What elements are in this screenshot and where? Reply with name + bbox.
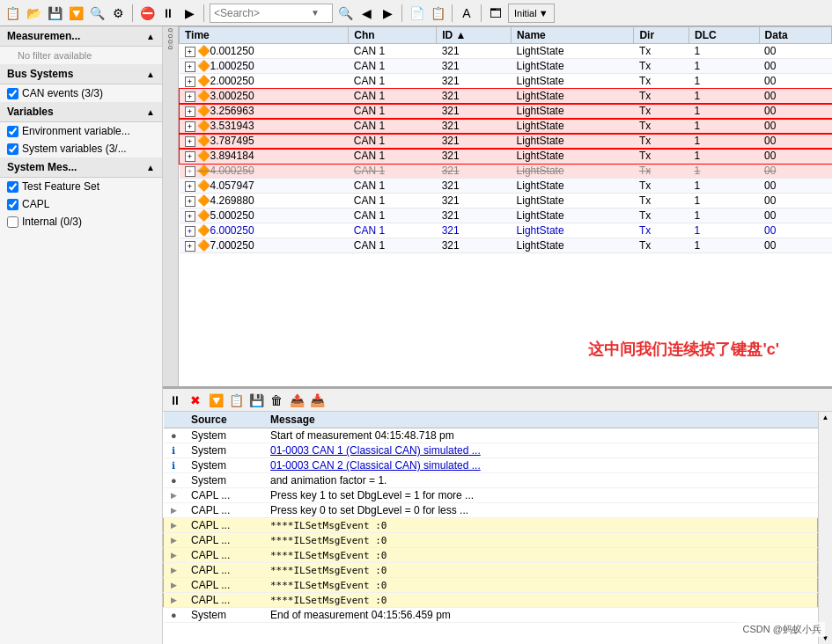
expand-icon[interactable]: + [185,77,195,87]
toolbar-icon-pause[interactable]: ⏸ [159,4,177,22]
expand-icon[interactable]: + [185,166,195,177]
expand-icon[interactable]: + [185,62,195,72]
table-cell: +🔶3.531943 [180,119,349,134]
initial-dropdown[interactable]: Initial ▼ [508,4,555,23]
log-message-cell[interactable]: 01-0003 CAN 2 (Classical CAN) simulated … [263,458,818,473]
log-icon-6[interactable]: 📥 [308,392,326,409]
log-message-cell: ****ILSetMsgEvent :0 [263,563,818,578]
sidebar-item-internal[interactable]: Internal (0/3) [0,213,162,231]
capl-checkbox[interactable] [7,199,18,210]
toolbar-icon-zoom-in[interactable]: 🔍 [88,4,106,22]
sidebar-section-measurements[interactable]: Measuremen... ▲ [0,26,162,47]
table-cell: CAN 1 [349,104,437,119]
table-row[interactable]: +🔶7.000250CAN 1321LightStateTx100 [180,238,832,253]
expand-icon[interactable]: + [185,91,195,102]
toolbar-icon-search-go[interactable]: 🔍 [336,4,354,22]
sidebar-item-test-feature[interactable]: Test Feature Set [0,178,162,195]
sidebar-section-bus-systems[interactable]: Bus Systems ▲ [0,64,162,84]
table-row[interactable]: +🔶2.000250CAN 1321LightStateTx100 [180,74,832,89]
table-row[interactable]: +🔶1.000250CAN 1321LightStateTx100 [180,59,832,74]
table-row[interactable]: +🔶4.269880CAN 1321LightStateTx100 [180,194,832,209]
log-stop-icon[interactable]: ✖ [187,392,204,409]
expand-icon[interactable]: + [185,47,195,57]
sidebar-item-env-vars[interactable]: Environment variable... [0,122,162,140]
toolbar-icon-settings[interactable]: ⚙ [109,4,127,22]
table-row[interactable]: +🔶5.000250CAN 1321LightStateTx100 [180,209,832,223]
row-icon: 🔶 [197,224,210,237]
log-message-cell[interactable]: 01-0003 CAN 1 (Classical CAN) simulated … [263,443,818,458]
sidebar-item-can-events[interactable]: CAN events (3/3) [0,84,162,102]
table-row[interactable]: +🔶6.000250CAN 1321LightStateTx100 [180,223,832,238]
toolbar-icon-font[interactable]: A [458,4,475,22]
separator-5 [481,4,482,22]
log-icon-4[interactable]: 🗑 [268,392,285,409]
log-source-cell: System [184,428,263,443]
expand-icon[interactable]: + [185,226,195,237]
sidebar-section-system-mes[interactable]: System Mes... ▲ [0,157,162,178]
table-row[interactable]: +🔶3.256963CAN 1321LightStateTx100 [180,104,832,119]
toolbar-icon-stop[interactable]: ⛔ [138,4,156,22]
toolbar-icon-save[interactable]: 💾 [46,4,63,22]
table-row[interactable]: +🔶4.000250CAN 1321LightStateTx100 [180,164,832,179]
toolbar-icon-filter[interactable]: 🔽 [67,4,85,22]
sidebar-section-variables[interactable]: Variables ▲ [0,102,162,122]
search-input[interactable] [214,7,311,19]
log-filter-icon[interactable]: 🔽 [207,392,225,409]
log-table[interactable]: Source Message ●SystemStart of measureme… [163,412,818,644]
toolbar-icon-paste[interactable]: 📋 [429,4,446,22]
scroll-up-arrow[interactable]: ▲ [821,412,831,423]
toolbar-icon-copy[interactable]: 📄 [408,4,425,22]
toolbar-icon-open[interactable]: 📂 [25,4,42,22]
log-scrollbar[interactable]: ▲ ▼ [818,412,832,644]
table-cell: +🔶0.001250 [180,44,349,59]
log-bullet-cell: ▶ [164,488,185,503]
table-cell: 00 [759,104,831,119]
toolbar-icon-play[interactable]: ▶ [180,4,198,22]
log-icon-3[interactable]: 💾 [247,392,265,409]
table-cell: LightState [512,149,634,164]
list-item: ▶CAPL ...****ILSetMsgEvent :0 [164,593,818,608]
table-row[interactable]: +🔶3.787495CAN 1321LightStateTx100 [180,134,832,149]
search-dropdown-arrow[interactable]: ▼ [311,8,320,18]
toolbar-icon-new[interactable]: 📋 [4,4,21,22]
toolbar-icon-search-next[interactable]: ▶ [379,4,396,22]
table-cell: 1 [689,59,760,74]
expand-icon[interactable]: + [185,181,195,192]
log-pause-icon[interactable]: ⏸ [166,392,184,409]
log-icon-5[interactable]: 📤 [288,392,306,409]
table-row[interactable]: +🔶4.057947CAN 1321LightStateTx100 [180,179,832,194]
log-message-cell: End of measurement 04:15:56.459 pm [263,608,818,623]
expand-icon[interactable]: + [185,241,195,252]
expand-icon[interactable]: + [185,136,195,147]
internal-checkbox[interactable] [7,216,18,228]
table-cell: LightState [512,134,634,149]
toolbar-icon-search-prev[interactable]: ◀ [357,4,375,22]
log-source-cell: CAPL ... [184,518,263,533]
sys-vars-checkbox[interactable] [7,143,18,155]
sidebar-item-sys-vars[interactable]: System variables (3/... [0,140,162,157]
env-vars-checkbox[interactable] [7,126,18,137]
env-vars-label: Environment variable... [22,125,130,137]
sidebar-item-capl[interactable]: CAPL [0,195,162,213]
expand-icon[interactable]: + [185,151,195,162]
expand-icon[interactable]: + [185,196,195,207]
table-row[interactable]: +🔶3.894184CAN 1321LightStateTx100 [180,149,832,164]
table-row[interactable]: +🔶0.001250CAN 1321LightStateTx100 [180,44,832,59]
toolbar-icon-window[interactable]: 🗔 [487,4,504,22]
test-feature-checkbox[interactable] [7,181,18,193]
expand-icon[interactable]: + [185,106,195,117]
row-icon: 🔶 [197,165,210,177]
can-events-checkbox[interactable] [7,88,18,99]
row-icon: 🔶 [197,45,210,57]
table-row[interactable]: +🔶3.531943CAN 1321LightStateTx100 [180,119,832,134]
trace-table[interactable]: Time Chn ID ▲ Name Dir DLC Data +🔶0.0012… [179,26,832,386]
expand-icon[interactable]: + [185,121,195,132]
search-box[interactable]: ▼ [210,4,333,23]
separator-4 [452,4,453,22]
log-message-cell: ****ILSetMsgEvent :0 [263,533,818,548]
table-cell: LightState [512,89,634,104]
table-cell: +🔶3.894184 [180,149,349,164]
log-icon-2[interactable]: 📋 [227,392,245,409]
expand-icon[interactable]: + [185,211,195,222]
table-row[interactable]: +🔶3.000250CAN 1321LightStateTx100 [180,89,832,104]
